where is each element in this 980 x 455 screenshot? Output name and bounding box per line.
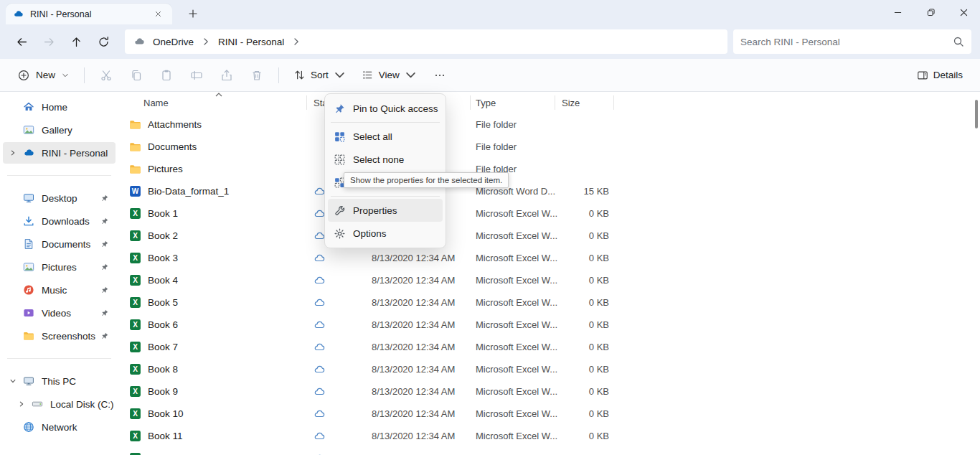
file-name: Book 2 xyxy=(148,230,178,241)
share-button[interactable] xyxy=(212,63,241,88)
cloud-status-icon xyxy=(314,208,325,220)
new-tab-button[interactable] xyxy=(184,5,202,22)
file-row-book-3[interactable]: XBook 38/13/2020 12:34 AMMicrosoft Excel… xyxy=(118,247,980,269)
sidebar-item-rini-personal[interactable]: RINI - Personal xyxy=(3,142,116,164)
up-button[interactable] xyxy=(63,29,89,55)
file-row-book-5[interactable]: XBook 58/13/2020 12:34 AMMicrosoft Excel… xyxy=(118,291,980,314)
sidebar-item-gallery[interactable]: Gallery xyxy=(3,119,116,141)
pin-icon xyxy=(100,309,109,317)
file-row-book-9[interactable]: XBook 98/13/2020 12:34 AMMicrosoft Excel… xyxy=(118,380,980,403)
file-row-book-2[interactable]: XBook 2Microsoft Excel W...0 KB xyxy=(118,225,980,247)
close-button[interactable] xyxy=(947,0,980,24)
sidebar-item-home[interactable]: Home xyxy=(3,96,116,118)
file-type: Microsoft Excel W... xyxy=(476,202,557,225)
chevron-down-icon xyxy=(405,69,417,81)
address-bar[interactable]: OneDrive RINI - Personal xyxy=(125,29,727,54)
tree-chevron-right-icon[interactable] xyxy=(9,149,17,156)
view-button[interactable]: View xyxy=(354,63,424,88)
sidebar-item-this-pc[interactable]: This PC xyxy=(3,370,116,392)
column-divider[interactable] xyxy=(613,95,614,110)
sidebar-item-label: Music xyxy=(42,285,67,296)
search-input[interactable] xyxy=(740,37,947,47)
file-row-pictures[interactable]: PicturesFile folder xyxy=(118,158,980,180)
delete-button[interactable] xyxy=(242,63,271,88)
file-row-book-6[interactable]: XBook 68/13/2020 12:34 AMMicrosoft Excel… xyxy=(118,314,980,336)
back-button[interactable] xyxy=(9,29,34,55)
pin-icon xyxy=(100,194,109,202)
menu-item-select-all[interactable]: Select all xyxy=(328,125,443,148)
menu-item-select-none[interactable]: Select none xyxy=(328,148,443,171)
pin-icon xyxy=(100,263,109,271)
sort-button[interactable]: Sort xyxy=(286,63,353,88)
file-row-book-4[interactable]: XBook 48/13/2020 12:34 AMMicrosoft Excel… xyxy=(118,269,980,291)
breadcrumb-current[interactable]: RINI - Personal xyxy=(215,35,287,49)
sidebar-item-network[interactable]: Network xyxy=(3,416,116,438)
file-row-attachments[interactable]: AttachmentsFile folder xyxy=(118,113,980,136)
sidebar-divider xyxy=(7,358,111,359)
details-button[interactable]: Details xyxy=(910,63,970,88)
file-row-book-1[interactable]: XBook 1Microsoft Excel W...0 KB xyxy=(118,202,980,225)
more-options-button[interactable] xyxy=(425,63,454,88)
column-divider[interactable] xyxy=(306,95,307,110)
sidebar-item-documents[interactable]: Documents xyxy=(3,233,116,255)
sort-icon xyxy=(293,69,306,81)
scrollbar-thumb[interactable] xyxy=(975,100,978,128)
paste-button[interactable] xyxy=(152,63,181,88)
file-row-book-11[interactable]: XBook 118/13/2020 12:34 AMMicrosoft Exce… xyxy=(118,425,980,447)
videos-icon xyxy=(23,307,34,319)
column-size[interactable]: Size xyxy=(562,92,580,113)
sidebar-item-label: Videos xyxy=(42,308,71,319)
menu-item-pin-to-quick-access[interactable]: Pin to Quick access xyxy=(328,97,443,120)
close-icon xyxy=(960,9,968,17)
file-row-book-12[interactable]: XBook 128/13/2020 12:34 AMMicrosoft Exce… xyxy=(118,447,980,455)
pin-icon xyxy=(100,332,109,340)
column-divider[interactable] xyxy=(555,95,555,110)
sidebar-item-videos[interactable]: Videos xyxy=(3,302,116,324)
rename-button[interactable] xyxy=(182,63,211,88)
refresh-button[interactable] xyxy=(90,29,116,55)
file-row-documents[interactable]: DocumentsFile folder xyxy=(118,136,980,158)
menu-divider xyxy=(331,122,440,123)
column-type[interactable]: Type xyxy=(476,92,496,113)
sidebar-item-music[interactable]: Music xyxy=(3,279,116,301)
column-name[interactable]: Name xyxy=(143,92,169,113)
new-button[interactable]: New xyxy=(10,63,77,88)
file-type: Microsoft Excel W... xyxy=(476,447,557,455)
sidebar-item-pictures[interactable]: Pictures xyxy=(3,256,116,278)
file-name: Attachments xyxy=(148,119,202,130)
excel-file-icon: X xyxy=(129,385,141,398)
column-divider[interactable] xyxy=(470,95,471,110)
maximize-button[interactable] xyxy=(914,0,947,24)
explorer-tab[interactable]: RINI - Personal xyxy=(6,4,172,24)
sidebar-item-screenshots[interactable]: Screenshots xyxy=(3,325,116,347)
file-row-book-10[interactable]: XBook 108/13/2020 12:34 AMMicrosoft Exce… xyxy=(118,403,980,425)
excel-file-icon: X xyxy=(129,230,141,242)
file-row-bio-data-format-1[interactable]: WBio-Data_format_1Microsoft Word D...15 … xyxy=(118,180,980,202)
breadcrumb-onedrive[interactable]: OneDrive xyxy=(150,35,197,49)
file-row-book-8[interactable]: XBook 88/13/2020 12:34 AMMicrosoft Excel… xyxy=(118,358,980,380)
sidebar-item-downloads[interactable]: Downloads xyxy=(3,210,116,232)
paste-icon xyxy=(160,69,173,82)
tab-close-button[interactable] xyxy=(151,7,165,22)
cut-button[interactable] xyxy=(92,63,121,88)
menu-item-properties[interactable]: Properties xyxy=(328,199,443,222)
copy-button[interactable] xyxy=(122,63,151,88)
tree-chevron-down-icon[interactable] xyxy=(9,377,17,385)
forward-button[interactable] xyxy=(36,29,62,55)
menu-item-label: Pin to Quick access xyxy=(353,103,438,114)
sidebar-item-desktop[interactable]: Desktop xyxy=(3,187,116,209)
chevron-down-icon xyxy=(334,69,346,81)
file-type: Microsoft Excel W... xyxy=(476,336,557,358)
tooltip-text: Show the properties for the selected ite… xyxy=(350,176,502,184)
cloud-status-icon xyxy=(314,230,325,242)
menu-item-options[interactable]: Options xyxy=(328,222,443,245)
tree-chevron-right-icon[interactable] xyxy=(18,400,25,408)
file-name: Documents xyxy=(148,141,197,152)
network-icon xyxy=(23,421,34,433)
chevron-down-icon xyxy=(62,72,69,79)
new-button-label: New xyxy=(36,70,55,80)
minimize-button[interactable] xyxy=(881,0,914,24)
file-type: File folder xyxy=(476,136,517,158)
file-row-book-7[interactable]: XBook 78/13/2020 12:34 AMMicrosoft Excel… xyxy=(118,336,980,358)
sidebar-item-local-disk-c[interactable]: Local Disk (C:) xyxy=(3,393,116,415)
